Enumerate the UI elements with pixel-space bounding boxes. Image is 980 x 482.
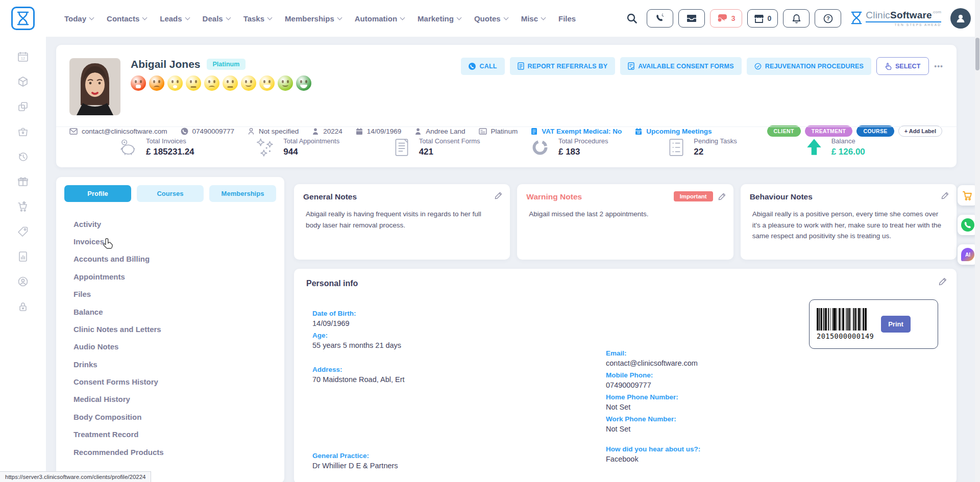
donut-chart-icon [530,137,550,158]
menu-item-balance[interactable]: Balance [74,303,276,320]
more-options-button[interactable]: ••• [934,62,943,70]
lock-icon[interactable] [16,300,30,313]
select-label: SELECT [895,63,920,70]
select-button[interactable]: SELECT [876,57,929,75]
search-icon[interactable] [626,13,638,24]
nav-misc[interactable]: Misc [521,14,545,23]
available-consent-forms-button[interactable]: AVAILABLE CONSENT FORMS [620,57,741,75]
menu-item-drinks[interactable]: Drinks [74,356,276,373]
scrollbar-thumb[interactable] [975,38,979,70]
behaviour-notes-title: Behaviour Notes [750,192,947,201]
main-content: Abigail Jones Platinum CALL REPORT REFER… [46,37,980,482]
nav-memberships[interactable]: Memberships [285,14,341,23]
report-referrals-button[interactable]: REPORT REFERRALS BY [510,57,616,75]
general-notes-title: General Notes [303,192,501,201]
stat-value: £ 183 [558,147,608,157]
bag-download-icon[interactable] [16,125,30,138]
edit-pencil-icon[interactable] [941,191,949,199]
nav-deals[interactable]: Deals [203,14,230,23]
topbar-right: 3 0 ? ClinicSoftware.com TEN STEPS AHEAD [626,8,971,29]
user-avatar[interactable] [950,8,971,29]
nav-files[interactable]: Files [558,14,576,23]
chevron-down-icon [226,15,231,20]
tab-memberships[interactable]: Memberships [209,185,276,202]
chevron-down-icon [185,15,190,20]
notifications-button[interactable] [783,9,810,28]
nav-tasks[interactable]: Tasks [243,14,272,23]
call-button[interactable]: CALL [461,58,504,75]
mood-emoji[interactable] [241,75,256,91]
mood-emoji[interactable] [223,75,238,91]
menu-item-clinic-notes-and-letters[interactable]: Clinic Notes and Letters [74,320,276,338]
stat-label: Pending Tasks [694,137,737,145]
mood-emoji[interactable] [131,75,146,91]
stat-value: 22 [694,147,737,157]
menu-item-treatment-record[interactable]: Treatment Record [74,426,276,443]
available-consent-forms-label: AVAILABLE CONSENT FORMS [638,63,733,70]
warning-notes-card: Warning Notes Important Abigail missed t… [517,184,733,260]
menu-item-recommended-products[interactable]: Recommended Products [74,443,276,461]
cart-icon[interactable] [16,200,30,213]
messages-button[interactable]: 3 [710,9,742,28]
menu-item-body-composition[interactable]: Body Composition [74,408,276,425]
mood-emoji[interactable] [186,75,201,91]
mood-emoji[interactable] [149,75,164,91]
tab-profile[interactable]: Profile [64,185,131,202]
menu-item-appointments[interactable]: Appointments [74,268,276,285]
report-chart-icon[interactable] [16,250,30,263]
chevron-down-icon [89,15,94,20]
stat-value: £ 185231.24 [146,147,194,157]
edit-pencil-icon[interactable] [495,191,503,199]
nav-label: Deals [203,14,223,23]
dialer-button[interactable] [647,9,673,28]
rejuvenation-procedures-button[interactable]: REJUVENATION PROCEDURES [747,58,871,75]
menu-item-medical-history[interactable]: Medical History [74,391,276,408]
account-lock-icon[interactable] [16,275,30,288]
app-logo[interactable] [0,7,46,30]
copy-icon[interactable] [16,100,30,113]
nav-label: Contacts [107,14,139,23]
stat-total-invoices: Total Invoices£ 185231.24 [117,137,255,158]
calendar-icon[interactable]: 12 [16,50,30,63]
nav-quotes[interactable]: Quotes [474,14,508,23]
menu-item-accounts-and-billing[interactable]: Accounts and Billing [74,250,276,268]
nav-automation[interactable]: Automation [355,14,404,23]
client-photo[interactable] [69,58,120,115]
store-button[interactable]: 0 [747,9,778,28]
stat-label: Total Invoices [146,137,194,145]
history-icon[interactable] [16,150,30,163]
brand-logo[interactable]: ClinicSoftware.com TEN STEPS AHEAD [850,10,941,27]
tab-courses[interactable]: Courses [137,185,204,202]
menu-item-consent-forms-history[interactable]: Consent Forms History [74,373,276,390]
client-actions: CALL REPORT REFERRALS BY AVAILABLE CONSE… [461,57,943,75]
menu-item-activity[interactable]: Activity [74,215,276,233]
mood-emoji[interactable] [204,75,219,91]
nav-leads[interactable]: Leads [160,14,189,23]
help-button[interactable]: ? [815,9,841,28]
stats-row: Total Invoices£ 185231.24 Total Appointm… [56,127,957,167]
gift-icon[interactable] [16,175,30,188]
nav-contacts[interactable]: Contacts [107,14,146,23]
menu-item-audio-notes[interactable]: Audio Notes [74,338,276,356]
inbox-button[interactable] [678,9,705,28]
mood-emoji[interactable] [167,75,183,91]
mood-emoji[interactable] [259,75,275,91]
nav-label: Marketing [418,14,454,23]
nav-label: Tasks [243,14,264,23]
menu-item-invoices[interactable]: Invoices [74,233,276,250]
mood-emoji[interactable] [278,75,293,91]
menu-item-files[interactable]: Files [74,286,276,303]
referral-source-value: Facebook [606,455,893,463]
edit-pencil-icon[interactable] [718,192,726,200]
stat-label: Total Consent Forms [419,137,480,145]
edit-pencil-icon[interactable] [939,277,947,286]
nav-today[interactable]: Today [64,14,93,23]
print-button[interactable]: Print [881,316,911,333]
package-icon[interactable] [16,75,30,88]
mood-emoji[interactable] [296,75,311,91]
behaviour-notes-text: Abigail really is a positive person, eve… [750,209,947,242]
scrollbar[interactable] [975,0,980,482]
price-tag-icon[interactable] [16,225,30,238]
svg-text:?: ? [826,15,829,21]
nav-marketing[interactable]: Marketing [418,14,461,23]
